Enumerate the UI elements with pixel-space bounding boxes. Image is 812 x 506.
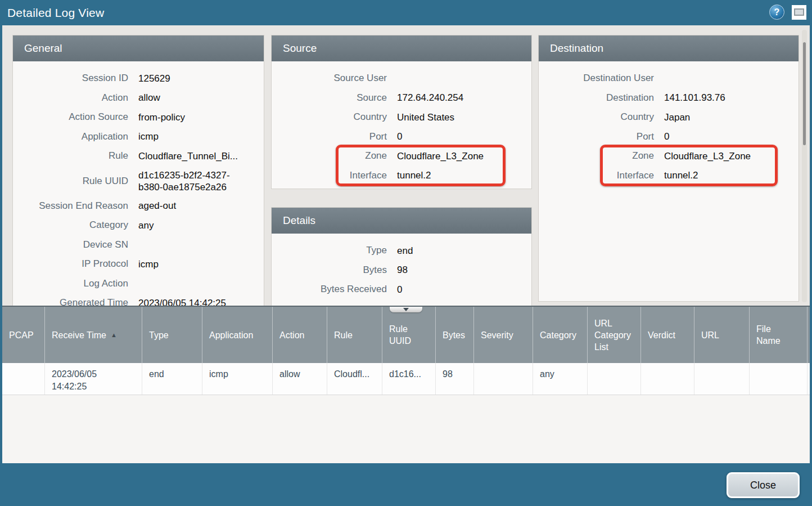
field-row-log-action: Log Action <box>13 274 264 294</box>
field-row-source-interface: Interfacetunnel.2 <box>272 166 531 186</box>
field-row-bytes-received: Bytes Received0 <box>272 280 531 299</box>
column-header-label: Verdict <box>648 329 675 341</box>
cell-rule-uuid: d1c16... <box>382 363 436 395</box>
column-header-bytes[interactable]: Bytes <box>436 307 474 363</box>
field-row-session-id: Session ID125629 <box>13 69 264 88</box>
field-label: Port <box>272 131 387 142</box>
field-row-generated-time: Generated Time2023/06/05 14:42:25 <box>13 293 264 307</box>
cell-url <box>694 363 750 395</box>
field-value: d1c16235-b2f2-4327-b380-0ae1875e2a26 <box>138 169 245 193</box>
collapse-handle-icon[interactable] <box>390 307 422 312</box>
cell-verdict <box>641 363 694 395</box>
close-button[interactable]: Close <box>727 472 800 498</box>
cell-action: allow <box>273 363 327 395</box>
field-label: Rule UUID <box>13 176 128 187</box>
field-value: Japan <box>664 111 690 123</box>
field-label: Log Action <box>13 278 128 289</box>
cell-bytes: 98 <box>436 363 474 395</box>
panel-general-header: General <box>13 35 264 61</box>
field-label: Interface <box>272 170 387 181</box>
cell-category: any <box>533 363 588 395</box>
field-label: Category <box>13 220 128 231</box>
column-header-label: Action <box>279 329 304 341</box>
field-label: Action Source <box>13 111 128 123</box>
column-header-application[interactable]: Application <box>202 307 273 363</box>
field-value: aged-out <box>138 200 176 212</box>
column-header-label: Rule UUID <box>389 323 411 347</box>
column-header-pcap[interactable]: PCAP <box>2 307 45 363</box>
column-header-label: Type <box>149 329 169 341</box>
field-row-source-port: Port0 <box>272 127 531 147</box>
field-value: 125629 <box>138 73 170 84</box>
field-label: Device SN <box>13 239 128 250</box>
scrollbar-thumb[interactable] <box>803 42 806 145</box>
field-label: Bytes Received <box>272 284 387 295</box>
field-row-source-country: CountryUnited States <box>272 108 531 127</box>
field-value: 0 <box>397 284 402 295</box>
field-row-destination-user: Destination User <box>539 69 799 88</box>
field-value: end <box>397 245 413 257</box>
field-label: Interface <box>539 170 654 181</box>
field-label: Port <box>539 131 654 142</box>
column-header-url-category-list[interactable]: URL Category List <box>588 307 641 363</box>
field-row-action-source: Action Sourcefrom-policy <box>13 108 264 127</box>
field-row-destination-zone: ZoneCloudflare_L3_Zone <box>539 146 799 166</box>
field-label: Bytes <box>272 265 387 276</box>
table-row[interactable]: 2023/06/05 14:42:25 end icmp allow Cloud… <box>2 363 810 395</box>
column-header-severity[interactable]: Severity <box>474 307 533 363</box>
panel-source: Source Source User Source172.64.240.254 … <box>271 35 532 189</box>
field-label: Zone <box>272 150 387 162</box>
column-header-type[interactable]: Type <box>142 307 202 363</box>
cell-application: icmp <box>202 363 273 395</box>
column-header-receive-time[interactable]: Receive Time▲ <box>45 307 142 363</box>
cell-receive-time: 2023/06/05 14:42:25 <box>45 363 142 395</box>
sort-ascending-icon: ▲ <box>111 329 117 341</box>
log-table-dock: PCAP Receive Time▲ Type Application Acti… <box>2 306 810 463</box>
column-header-rule-uuid[interactable]: Rule UUID <box>382 307 436 363</box>
field-row-application: Applicationicmp <box>13 127 264 147</box>
field-label: Zone <box>539 150 654 162</box>
column-header-action[interactable]: Action <box>273 307 327 363</box>
panel-destination: Destination Destination User Destination… <box>538 35 799 302</box>
column-header-label: File Name <box>756 323 781 347</box>
field-row-session-end-reason: Session End Reasonaged-out <box>13 196 264 216</box>
field-value: any <box>138 220 154 231</box>
page-title: Detailed Log View <box>7 6 104 20</box>
titlebar: Detailed Log View ? <box>0 0 812 25</box>
field-value: Cloudflare_Tunnel_Bi... <box>138 150 238 162</box>
column-header-label: URL <box>701 329 719 341</box>
field-value: 141.101.93.76 <box>664 92 725 104</box>
field-value: from-policy <box>138 111 185 123</box>
column-header-url[interactable]: URL <box>694 307 750 363</box>
field-label: Country <box>272 111 387 123</box>
column-header-label: Severity <box>481 329 513 341</box>
column-header-verdict[interactable]: Verdict <box>641 307 694 363</box>
column-header-label: Receive Time <box>52 329 106 341</box>
field-row-source-zone: ZoneCloudflare_L3_Zone <box>272 146 531 166</box>
field-label: Session End Reason <box>13 200 128 212</box>
panel-destination-body: Destination User Destination141.101.93.7… <box>539 61 799 185</box>
field-row-ip-protocol: IP Protocolicmp <box>13 254 264 274</box>
field-label: Destination <box>539 92 654 104</box>
field-row-destination-port: Port0 <box>539 127 799 147</box>
window-icon-glyph <box>794 8 804 16</box>
field-label: Type <box>272 245 387 256</box>
window-icon[interactable] <box>792 5 806 20</box>
column-header-rule[interactable]: Rule <box>327 307 382 363</box>
column-header-label: Bytes <box>443 329 465 341</box>
help-icon[interactable]: ? <box>769 5 784 20</box>
cell-file-name <box>750 363 808 395</box>
column-header-category[interactable]: Category <box>533 307 588 363</box>
field-row-destination-interface: Interfacetunnel.2 <box>539 166 799 186</box>
cell-url-category-list <box>588 363 641 395</box>
column-header-file-name[interactable]: File Name <box>750 307 808 363</box>
field-value: Cloudflare_L3_Zone <box>664 150 751 162</box>
field-row-device-sn: Device SN <box>13 235 264 255</box>
field-label: IP Protocol <box>13 258 128 270</box>
cell-pcap <box>2 363 45 395</box>
field-row-action: Actionallow <box>13 88 264 108</box>
field-label: Source <box>272 92 387 104</box>
field-row-source-user: Source User <box>272 69 531 88</box>
column-header-label: PCAP <box>9 329 34 341</box>
field-label: Application <box>13 131 128 142</box>
